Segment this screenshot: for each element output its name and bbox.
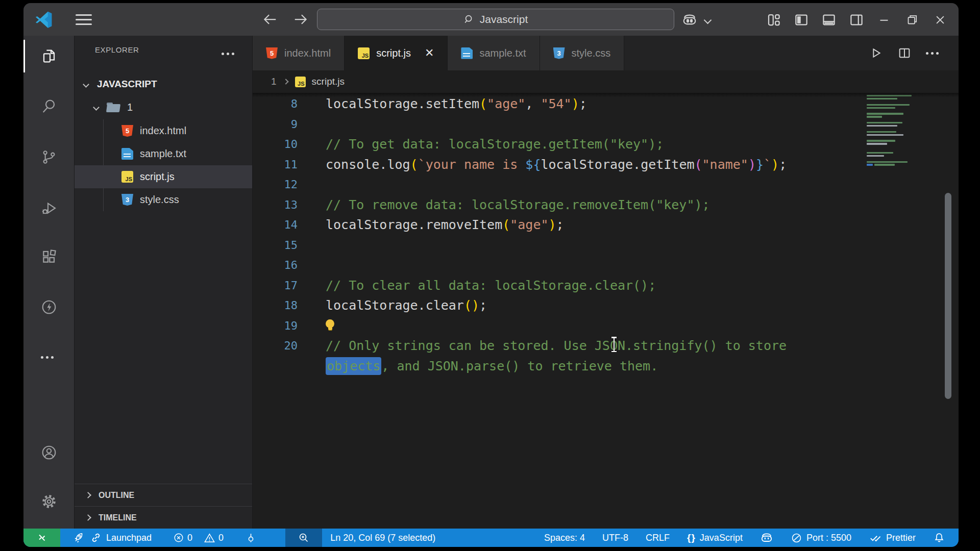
line-number: 11	[253, 158, 298, 171]
status-right: Spaces: 4 UTF-8 CRLF {} JavaScript	[544, 529, 959, 547]
minimap-line	[867, 146, 918, 147]
chevron-down-icon[interactable]	[702, 15, 713, 26]
code-line[interactable]: 14localStorage.removeItem("age");	[253, 215, 959, 235]
minimap-line	[867, 107, 918, 109]
code-line[interactable]: 9	[253, 114, 959, 135]
code-line[interactable]: 20// Only strings can be stored. Use JSO…	[253, 336, 959, 356]
minimap-line	[867, 119, 918, 120]
more-actions-icon[interactable]	[926, 46, 940, 60]
file-item-index.html[interactable]: 5index.html	[75, 119, 252, 142]
chevron-right-icon	[85, 514, 91, 521]
tab-script.js[interactable]: JSscript.js✕	[345, 36, 448, 70]
toggle-secondary-sidebar-icon[interactable]	[849, 12, 864, 28]
workspace-root[interactable]: JAVASCRIPT	[75, 73, 252, 95]
outline-section[interactable]: OUTLINE	[75, 484, 252, 506]
code-line[interactable]: 11console.log(`your name is ${localStora…	[253, 155, 959, 175]
run-and-debug-icon[interactable]	[41, 200, 57, 216]
folder-name: 1	[127, 102, 133, 113]
scroll-shadow	[253, 93, 959, 97]
tab-sample.txt[interactable]: sample.txt	[448, 36, 540, 70]
file-item-style.css[interactable]: 3style.css	[75, 188, 252, 211]
code-line[interactable]: 12	[253, 174, 959, 195]
run-button[interactable]	[869, 46, 883, 60]
command-center-search[interactable]: Javascript	[317, 9, 674, 30]
minimap-line	[867, 149, 918, 151]
breadcrumb-folder[interactable]: 1	[271, 76, 277, 87]
split-editor-icon[interactable]	[897, 46, 912, 60]
explorer-actions-icon[interactable]	[222, 53, 234, 55]
account-icon[interactable]	[41, 444, 57, 461]
code-line[interactable]: 19	[253, 316, 959, 336]
nav-forward-icon[interactable]	[293, 12, 308, 27]
toggle-panel-icon[interactable]	[821, 12, 837, 28]
nav-back-icon[interactable]	[262, 12, 278, 27]
problems-item[interactable]: 0 0	[170, 529, 227, 547]
timeline-section[interactable]: TIMELINE	[75, 506, 252, 529]
file-name: script.js	[140, 171, 175, 183]
cursor-position[interactable]: Ln 20, Col 69 (7 selected)	[327, 529, 438, 547]
customize-layout-icon[interactable]	[766, 12, 781, 28]
code-line[interactable]: 13// To remove data: localStorage.remove…	[253, 195, 959, 215]
toggle-primary-sidebar-icon[interactable]	[794, 12, 809, 28]
minimap[interactable]	[867, 95, 918, 167]
code-line[interactable]: 17// To clear all data: localStorage.cle…	[253, 276, 959, 296]
lightbulb-icon[interactable]	[326, 319, 334, 332]
sidebar-header: EXPLORER	[75, 36, 252, 66]
braces-icon: {}	[687, 532, 696, 543]
port-forward-icon[interactable]	[242, 529, 260, 547]
code-line[interactable]: 16	[253, 255, 959, 276]
timeline-label: TIMELINE	[99, 513, 137, 522]
extensions-icon[interactable]	[41, 248, 57, 265]
text-cursor-pointer	[610, 337, 618, 352]
breadcrumb-file[interactable]: script.js	[312, 76, 345, 87]
tab-style.css[interactable]: 3style.css	[540, 36, 625, 70]
code-text: // To clear all data: localStorage.clear…	[298, 278, 656, 293]
vertical-scrollbar[interactable]	[945, 193, 951, 399]
zoom-in-icon[interactable]	[285, 529, 322, 547]
code-line[interactable]: objects, and JSON.parse() to retrieve th…	[253, 356, 959, 377]
remote-indicator[interactable]	[23, 529, 60, 547]
restore-icon[interactable]	[904, 12, 920, 28]
additional-views-icon[interactable]	[41, 349, 57, 365]
close-window-icon[interactable]	[933, 12, 948, 28]
port-item[interactable]: Port : 5500	[791, 529, 851, 547]
tab-index.html[interactable]: 5index.html	[253, 36, 345, 70]
activity-bar	[23, 36, 75, 529]
notifications-bell-icon[interactable]	[933, 529, 945, 547]
line-number: 19	[253, 319, 298, 332]
thunder-client-icon[interactable]	[41, 299, 57, 315]
port-label: Port : 5500	[806, 533, 851, 543]
search-view-icon[interactable]	[41, 98, 57, 114]
copilot-status-icon[interactable]	[760, 529, 773, 547]
file-item-script.js[interactable]: JSscript.js	[75, 165, 252, 188]
breadcrumb[interactable]: 1 JS script.js	[253, 70, 959, 93]
code-line[interactable]: 18localStorage.clear();	[253, 295, 959, 316]
minimize-icon[interactable]	[876, 12, 892, 28]
launchpad-item[interactable]: Launchpad	[70, 529, 155, 547]
close-tab-icon[interactable]: ✕	[425, 46, 434, 60]
prettier-item[interactable]: Prettier	[869, 529, 916, 547]
workspace-name: JAVASCRIPT	[97, 79, 157, 90]
code-text: localStorage.clear();	[298, 298, 487, 313]
tab-label: script.js	[376, 47, 411, 59]
eol-item[interactable]: CRLF	[646, 529, 670, 547]
code-line[interactable]: 10// To get data: localStorage.getItem("…	[253, 134, 959, 155]
explorer-icon[interactable]	[41, 48, 57, 64]
indentation-item[interactable]: Spaces: 4	[544, 529, 585, 547]
code-editor[interactable]: 8localStorage.setItem("age", "54");910//…	[253, 93, 959, 529]
source-control-icon[interactable]	[41, 149, 57, 165]
copilot-icon[interactable]	[682, 12, 697, 28]
menu-icon[interactable]	[76, 14, 92, 25]
code-lines: 8localStorage.setItem("age", "54");910//…	[253, 94, 959, 376]
link-icon	[90, 532, 102, 544]
minimap-line	[867, 116, 918, 117]
language-mode-item[interactable]: {} JavaScript	[687, 529, 743, 547]
line-number: 8	[253, 97, 298, 110]
line-number: 10	[253, 138, 298, 151]
css-file-icon: 3	[121, 194, 133, 206]
settings-gear-icon[interactable]	[41, 493, 57, 510]
encoding-item[interactable]: UTF-8	[602, 529, 628, 547]
folder-row[interactable]: 1	[75, 96, 252, 118]
file-item-sample.txt[interactable]: sample.txt	[75, 142, 252, 165]
code-line[interactable]: 15	[253, 235, 959, 256]
